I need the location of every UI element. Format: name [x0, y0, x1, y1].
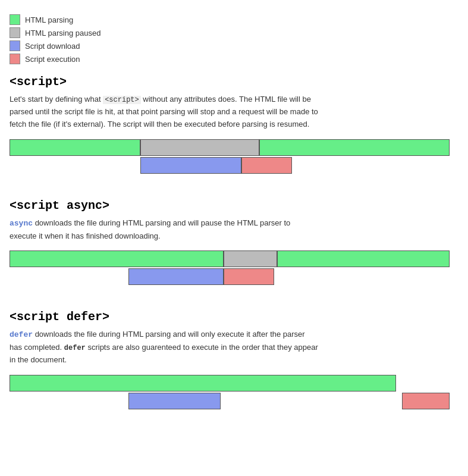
diagram-bar — [140, 157, 241, 174]
legend: HTML parsingHTML parsing pausedScript do… — [10, 14, 458, 64]
inline-code-blue: defer — [10, 330, 33, 339]
inline-code-blue: async — [10, 219, 33, 228]
legend-color-box — [10, 40, 20, 51]
legend-label: HTML parsing — [25, 15, 73, 24]
section-description: async downloads the file during HTML par… — [10, 217, 319, 243]
diagram-bar — [402, 393, 450, 409]
legend-color-box — [10, 27, 20, 38]
legend-item: Script download — [10, 40, 458, 51]
legend-item: HTML parsing paused — [10, 27, 458, 38]
diagram-bar — [224, 250, 277, 267]
diagram-script-defer — [10, 375, 450, 422]
section-title: <script defer> — [10, 310, 458, 324]
section-description: Let's start by defining what <script> wi… — [10, 93, 319, 131]
diagram-bar — [10, 250, 224, 267]
diagram-bar — [10, 375, 396, 392]
section-title: <script async> — [10, 199, 458, 212]
diagram-bar — [128, 268, 224, 285]
legend-item: Script execution — [10, 54, 458, 64]
diagram-bar — [140, 139, 259, 156]
inline-code: <script> — [103, 96, 141, 104]
inline-code-bold: defer — [64, 344, 86, 352]
diagram-bar — [128, 393, 221, 409]
diagram-bar — [259, 139, 450, 156]
diagram-bar — [10, 139, 140, 156]
section-description: defer downloads the file during HTML par… — [10, 328, 319, 367]
legend-color-box — [10, 14, 20, 25]
diagram-bar — [224, 268, 274, 285]
section-title: <script> — [10, 75, 458, 89]
legend-label: HTML parsing paused — [25, 29, 100, 37]
diagram-bar — [277, 250, 450, 267]
legend-item: HTML parsing — [10, 14, 458, 25]
diagram-script — [10, 139, 450, 187]
legend-items: HTML parsingHTML parsing pausedScript do… — [10, 14, 458, 64]
sections-container: <script>Let's start by defining what <sc… — [10, 75, 458, 422]
legend-color-box — [10, 54, 20, 64]
diagram-bar — [241, 157, 292, 174]
legend-label: Script download — [25, 42, 80, 51]
diagram-script-async — [10, 250, 450, 298]
legend-label: Script execution — [25, 55, 80, 64]
